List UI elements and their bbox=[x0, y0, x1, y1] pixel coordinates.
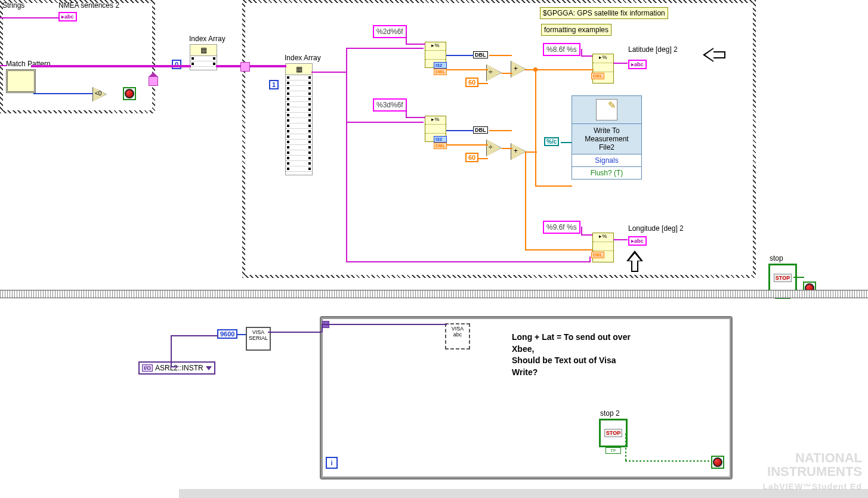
fmt-string-lat[interactable]: %8.6f %s bbox=[543, 43, 580, 56]
indicator-longitude[interactable]: ▸abc bbox=[628, 236, 647, 246]
const-one[interactable]: 1 bbox=[269, 80, 279, 89]
visa-resource-text: ASRL2::INSTR bbox=[155, 364, 203, 372]
const-backslash-c[interactable]: %/c bbox=[544, 137, 559, 146]
dbl-convert-1[interactable]: DBL bbox=[473, 51, 488, 58]
wire bbox=[346, 48, 424, 49]
wire bbox=[446, 69, 488, 70]
wire-green-dotted-h bbox=[625, 432, 626, 460]
wire bbox=[581, 227, 582, 235]
comment-formatting: formatting examples bbox=[541, 24, 611, 36]
loop-iteration-i: i bbox=[326, 457, 338, 469]
label-longitude: Longitude [deg] 2 bbox=[628, 224, 684, 233]
wire bbox=[346, 122, 424, 123]
wire bbox=[31, 65, 156, 67]
wire bbox=[322, 324, 323, 332]
fmt-string-lon[interactable]: %9.6f %s bbox=[543, 221, 580, 234]
fmt-lat-in-types: DBL bbox=[591, 73, 604, 79]
stop-label: stop bbox=[770, 254, 783, 262]
scan2-out-types: I32DBL bbox=[434, 136, 447, 149]
wire bbox=[237, 334, 246, 335]
const-zero[interactable]: 0 bbox=[172, 60, 181, 69]
wire bbox=[171, 366, 178, 367]
const-sixty-1[interactable]: 60 bbox=[465, 78, 478, 87]
wire bbox=[613, 63, 628, 64]
wire bbox=[446, 144, 488, 146]
wire bbox=[525, 249, 592, 250]
wire bbox=[525, 151, 537, 153]
write-to-measurement-file-flush[interactable]: Flush? (T) bbox=[572, 167, 641, 179]
wire bbox=[0, 17, 60, 18]
wire bbox=[502, 73, 512, 74]
wire bbox=[477, 158, 488, 159]
write-to-measurement-file-title: Write To Measurement File2 bbox=[572, 124, 641, 154]
wire bbox=[581, 55, 592, 57]
arrow-annotation-longitude bbox=[626, 250, 643, 273]
wire bbox=[311, 72, 347, 73]
wire bbox=[406, 117, 425, 118]
structure-border bbox=[0, 290, 868, 298]
wire bbox=[406, 44, 425, 45]
fmt-string-2d6f[interactable]: %2d%6f bbox=[373, 25, 407, 38]
statusbar bbox=[179, 489, 868, 498]
wire bbox=[535, 69, 536, 186]
wire bbox=[489, 55, 512, 56]
wire bbox=[489, 130, 512, 131]
label-index-array-1: Index Array bbox=[189, 35, 226, 43]
visa-io-tag: I/O bbox=[142, 364, 153, 372]
label-index-array-2: Index Array bbox=[285, 54, 321, 62]
index-array-node-1[interactable]: ▦ bbox=[190, 44, 217, 70]
wire bbox=[322, 324, 447, 325]
scan1-out-types: I32DBL bbox=[434, 62, 447, 75]
stop2-button-tf: TF bbox=[606, 447, 621, 454]
wire bbox=[268, 332, 322, 333]
indicator-latitude[interactable]: ▸abc bbox=[628, 60, 647, 69]
write-to-measurement-file-node[interactable]: Write To Measurement File2 Signals Flush… bbox=[572, 95, 642, 180]
abc-indicator-nmea: ▸abc bbox=[58, 12, 77, 21]
wire bbox=[446, 130, 474, 131]
const-sixty-2[interactable]: 60 bbox=[465, 153, 478, 162]
wire bbox=[346, 261, 591, 262]
const-baud-9600[interactable]: 9600 bbox=[217, 329, 237, 339]
divide-node-2-sym: ÷ bbox=[489, 143, 493, 151]
arrow-annotation-latitude bbox=[703, 48, 727, 62]
visa-write-node[interactable]: VISA abc bbox=[445, 323, 470, 349]
wire bbox=[33, 93, 93, 94]
wire bbox=[525, 151, 526, 250]
loop-stop-indicator-bottom bbox=[711, 456, 724, 469]
label-strings: Strings bbox=[2, 1, 24, 10]
visa-configure-serial-node[interactable]: VISA SERIAL bbox=[246, 327, 271, 351]
dropdown-icon[interactable] bbox=[206, 366, 212, 370]
add-node-1-sym: + bbox=[514, 64, 518, 73]
wire bbox=[535, 185, 572, 187]
fmt-string-3d6f[interactable]: %3d%6f bbox=[373, 98, 407, 112]
visa-resource-name[interactable]: I/O ASRL2::INSTR bbox=[138, 361, 215, 375]
index-array-node-2[interactable]: ▦ bbox=[285, 63, 313, 175]
match-pattern-node[interactable] bbox=[6, 69, 36, 93]
wire bbox=[561, 142, 572, 143]
less-than-zero-label: <0 bbox=[95, 90, 101, 97]
wire bbox=[406, 32, 407, 45]
dbl-convert-2[interactable]: DBL bbox=[473, 126, 488, 134]
wire bbox=[581, 234, 592, 236]
wire bbox=[589, 256, 591, 262]
wire bbox=[171, 335, 218, 336]
tunnel-case-left bbox=[240, 62, 250, 72]
wire bbox=[0, 65, 7, 66]
watermark: NATIONAL INSTRUMENTS LabVIEW™Student Ed bbox=[762, 451, 862, 492]
wire bbox=[216, 65, 286, 67]
tunnel-upperleft bbox=[149, 76, 158, 86]
wire bbox=[346, 48, 347, 262]
label-nmea: NMEA sentences 2 bbox=[58, 1, 119, 10]
wire bbox=[613, 239, 628, 240]
watermark-brand: NATIONAL INSTRUMENTS bbox=[767, 450, 862, 479]
comment-gpgga: $GPGGA: GPS satellite fix information bbox=[540, 7, 668, 19]
divide-node-1-sym: ÷ bbox=[489, 68, 493, 76]
wire bbox=[406, 105, 407, 118]
stop2-button[interactable]: STOP TF bbox=[599, 419, 628, 454]
write-to-measurement-file-signals[interactable]: Signals bbox=[572, 154, 641, 167]
add-node-2-sym: + bbox=[514, 147, 518, 155]
comment-xbee: Long + Lat = To send out over Xbee, Shou… bbox=[512, 332, 631, 378]
wire-green-dotted-v bbox=[625, 460, 712, 462]
wire bbox=[171, 335, 172, 366]
wire bbox=[793, 277, 804, 278]
